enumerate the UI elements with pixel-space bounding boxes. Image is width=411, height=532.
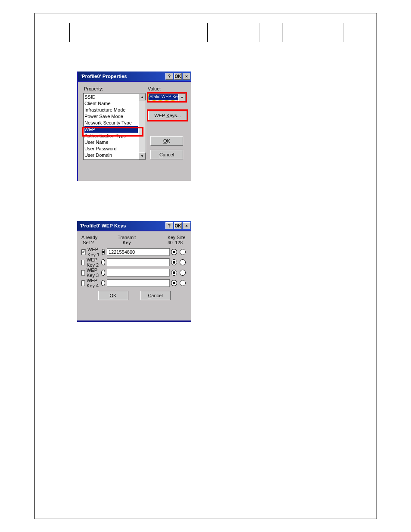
property-label: Property: — [84, 86, 103, 91]
already-set-checkbox[interactable] — [81, 270, 85, 276]
list-item[interactable]: Network Security Type — [84, 120, 138, 126]
scroll-down-icon[interactable]: ▼ — [139, 152, 146, 159]
page-frame: 'Profile0' Properties ? OK × Property: V… — [34, 13, 377, 519]
header-key-size: Key Size40 128 — [168, 235, 185, 245]
keysize-40-radio[interactable] — [171, 249, 177, 255]
keysize-40-radio[interactable] — [171, 270, 177, 276]
titlebar-ok-button[interactable]: OK — [174, 222, 182, 229]
cancel-button[interactable]: Cancel — [140, 291, 171, 300]
list-item[interactable]: User Domain — [84, 152, 138, 159]
header-table — [69, 23, 343, 42]
keysize-128-radio[interactable] — [180, 280, 186, 286]
help-button[interactable]: ? — [165, 73, 173, 80]
transmit-key-radio[interactable] — [101, 259, 105, 265]
keysize-128-radio[interactable] — [180, 259, 186, 265]
titlebar[interactable]: 'Profile0' Properties ? OK × — [78, 72, 191, 82]
list-item[interactable]: Infrastructure Mode — [84, 107, 138, 113]
value-combobox[interactable]: Static WEP Key ▼ — [148, 93, 186, 101]
list-item[interactable]: Power Save Mode — [84, 113, 138, 120]
combobox-value: Static WEP Key — [149, 94, 178, 100]
header-cell-5 — [283, 23, 343, 42]
wepkey-input[interactable] — [107, 258, 170, 266]
keysize-40-radio[interactable] — [171, 280, 177, 286]
close-button[interactable]: × — [183, 73, 190, 80]
header-transmit-key: TransmitKey — [118, 235, 136, 245]
list-item[interactable]: User Name — [84, 139, 138, 146]
properties-dialog: 'Profile0' Properties ? OK × Property: V… — [77, 72, 191, 181]
value-combobox-highlight: Static WEP Key ▼ — [147, 92, 187, 103]
dialog-title: 'Profile0' WEP Keys — [80, 223, 126, 228]
keysize-128-radio[interactable] — [180, 270, 186, 276]
wepkey-row-1: ✔ WEP Key 1 — [81, 247, 187, 257]
transmit-key-radio[interactable] — [101, 270, 105, 276]
wepkey-row-2: WEP Key 2 — [81, 257, 187, 268]
header-cell-2 — [173, 23, 208, 42]
ok-button[interactable]: OK — [98, 291, 128, 300]
list-item[interactable]: Mixed Mode — [84, 159, 138, 159]
header-cell-3 — [208, 23, 259, 42]
already-set-checkbox[interactable]: ✔ — [81, 249, 86, 255]
already-set-checkbox[interactable] — [81, 280, 85, 286]
property-listbox[interactable]: SSID Client Name Infrastructure Mode Pow… — [83, 93, 146, 160]
keysize-128-radio[interactable] — [180, 249, 186, 255]
dialog-border-bottom — [77, 320, 191, 322]
titlebar[interactable]: 'Profile0' WEP Keys ? OK × — [77, 221, 191, 231]
wepkey-label: WEP Key 1 — [87, 247, 100, 257]
help-button[interactable]: ? — [165, 222, 173, 229]
wepkey-row-3: WEP Key 3 — [81, 268, 187, 278]
chevron-down-icon[interactable]: ▼ — [178, 94, 185, 101]
dialog-title: 'Profile0' Properties — [81, 74, 127, 79]
list-item[interactable]: User Password — [84, 146, 138, 152]
ok-button[interactable]: OK — [150, 136, 183, 146]
wepkeys-button[interactable]: WEP Keys... — [148, 111, 187, 120]
wepkey-input[interactable] — [107, 248, 170, 256]
wepkey-row-4: WEP Key 4 — [81, 278, 187, 288]
list-item[interactable]: Client Name — [84, 100, 138, 107]
wepkeys-dialog: 'Profile0' WEP Keys ? OK × Already Set ?… — [77, 221, 191, 322]
scroll-up-icon[interactable]: ▲ — [139, 93, 146, 100]
keysize-40-radio[interactable] — [171, 259, 177, 265]
wepkey-label: WEP Key 4 — [87, 278, 100, 288]
list-item[interactable]: SSID — [84, 94, 138, 100]
transmit-key-radio[interactable] — [102, 249, 105, 255]
wepkey-label: WEP Key 2 — [87, 257, 100, 268]
close-button[interactable]: × — [183, 222, 190, 229]
cancel-button[interactable]: Cancel — [150, 150, 183, 159]
header-already-set: Already Set ? — [81, 235, 97, 245]
already-set-checkbox[interactable] — [81, 260, 85, 265]
highlight-box-wep — [82, 127, 143, 137]
header-cell-4 — [259, 23, 283, 42]
wepkey-input[interactable] — [107, 269, 170, 277]
value-label: Value: — [148, 86, 161, 91]
titlebar-ok-button[interactable]: OK — [174, 73, 182, 80]
wepkeys-button-highlight: WEP Keys... — [147, 109, 188, 121]
wepkey-input[interactable] — [107, 279, 170, 287]
wepkey-label: WEP Key 3 — [87, 268, 100, 278]
transmit-key-radio[interactable] — [101, 280, 105, 286]
scrollbar[interactable]: ▲ ▼ — [139, 93, 146, 159]
header-cell-1 — [70, 23, 173, 42]
